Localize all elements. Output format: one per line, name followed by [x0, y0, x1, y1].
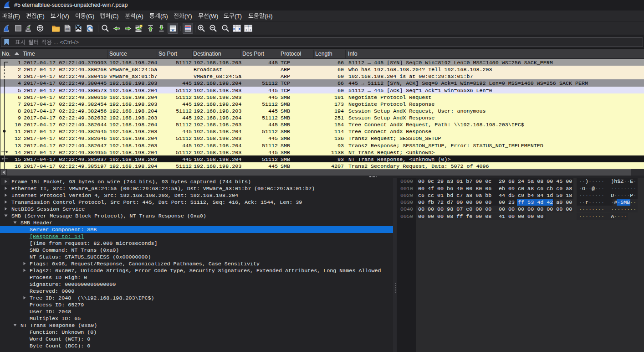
svg-text:3: 3 — [250, 29, 251, 31]
svg-text:010: 010 — [66, 28, 70, 31]
svg-text:1: 1 — [248, 25, 249, 27]
svg-text:2: 2 — [245, 29, 247, 31]
